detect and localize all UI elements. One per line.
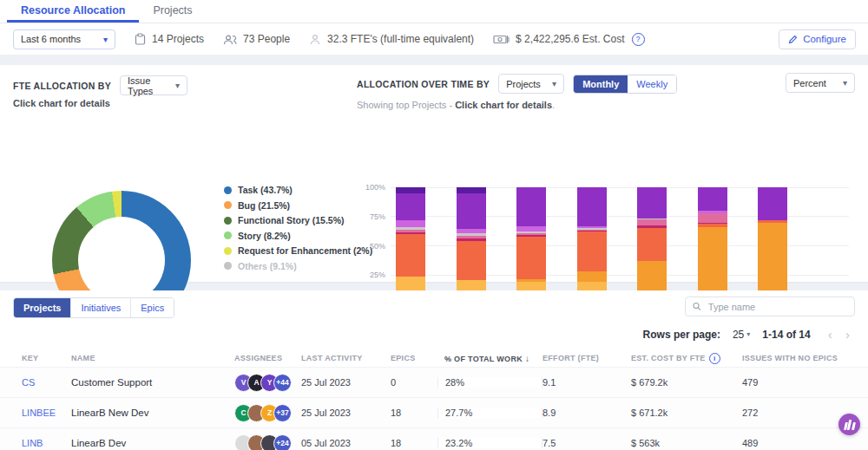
help-icon[interactable]: ? [632,33,645,46]
table-row[interactable]: LINBLinearB Dev+2405 Jul 20231823.2%7.5$… [0,427,868,450]
clipboard-icon [135,33,146,45]
table-row[interactable]: LINBEELinearB New DevCZ+3725 Jul 2023182… [0,397,868,427]
search-box[interactable] [685,297,855,316]
avatar[interactable]: +44 [273,374,292,392]
issue-types-select[interactable]: Issue Types ▾ [120,75,187,95]
bar-segment[interactable] [577,271,607,281]
column-header[interactable]: ISSUES WITH NO EPICS [742,354,868,362]
cell-pct_total_work: 23.2% [444,438,542,448]
bar-segment[interactable] [637,219,667,225]
stat-fte: 32.3 FTE's (full-time equivalent) [309,33,474,45]
toggle-monthly[interactable]: Monthly [574,75,628,93]
bar-segment[interactable] [396,220,425,227]
cell-issues_no_epics: 479 [742,377,868,388]
table-row[interactable]: CSCustomer SupportVAY+4425 Jul 2023028%9… [0,367,868,397]
period-select-value: Last 6 months [21,34,81,44]
bar-segment[interactable] [396,193,425,220]
bar-segment[interactable] [637,228,667,261]
entity-tab-projects[interactable]: Projects [14,298,71,317]
bar-segment[interactable] [577,187,607,226]
entity-tabs: ProjectsInitiativesEpics [13,297,174,318]
stacked-bar[interactable] [577,187,607,304]
bar-segment[interactable] [577,232,607,271]
stat-projects: 14 Projects [135,33,204,45]
bar-segment[interactable] [516,237,546,279]
next-page-button[interactable]: › [840,327,855,342]
bar-segment[interactable] [457,187,486,193]
stat-cost: $ 2,422,295.6 Est. Cost ? [493,33,644,46]
allocation-over-time-title: ALLOCATION OVER TIME BY [357,79,490,89]
unit-select-value: Percent [793,78,826,88]
column-header[interactable]: % OF TOTAL WORK↓ [444,354,542,363]
column-header[interactable]: LAST ACTIVITY [301,354,391,362]
column-header[interactable]: KEY [22,354,71,362]
stacked-bar-chart[interactable]: 0%25%50%75%100%JanFebMarAprMayJunJul [391,187,849,304]
bar-segment[interactable] [457,241,486,280]
stacked-bar[interactable] [698,187,727,304]
column-header[interactable]: EST. COST BY FTEi [631,353,742,364]
search-icon [693,302,701,311]
tab-projects[interactable]: Projects [139,0,206,23]
stat-people: 73 People [223,33,290,45]
bar-segment[interactable] [698,213,727,223]
stacked-bar[interactable] [516,187,546,304]
column-header-label: ISSUES WITH NO EPICS [742,354,838,362]
assistant-fab[interactable] [838,414,860,435]
rows-per-page-select[interactable]: 25▾ [733,329,750,341]
cell-effort_fte: 7.5 [542,438,631,448]
bar-segment[interactable] [396,234,425,277]
unit-select[interactable]: Percent ▾ [786,73,855,93]
donut-legend-item[interactable]: Story (8.2%) [224,231,372,241]
cell-last_activity: 25 Jul 2023 [301,377,391,388]
donut-legend-item[interactable]: Functional Story (15.5%) [224,215,372,225]
entity-tab-initiatives[interactable]: Initiatives [71,298,131,317]
donut-legend-label: Others (9.1%) [238,261,297,271]
stacked-bar[interactable] [457,187,486,304]
column-header-label: EPICS [391,354,416,362]
bar-segment[interactable] [758,187,787,220]
project-key-link[interactable]: LINBEE [22,408,71,418]
column-header[interactable]: ASSIGNEES [234,354,301,362]
assignee-avatars: VAY+44 [234,374,301,392]
entity-tab-epics[interactable]: Epics [131,298,174,317]
cell-effort_fte: 8.9 [542,408,631,418]
bar-segment[interactable] [698,187,727,211]
resource-allocation-page: Resource Allocation Projects Last 6 mont… [0,0,868,450]
info-icon[interactable]: i [709,353,720,364]
project-key-link[interactable]: CS [22,377,71,388]
donut-legend-label: Task (43.7%) [238,185,293,195]
cell-epics: 18 [391,408,444,418]
configure-button[interactable]: Configure [779,29,856,49]
cell-effort_fte: 9.1 [542,377,631,388]
project-key-link[interactable]: LINB [22,438,71,448]
over-time-by-select[interactable]: Projects ▾ [498,74,564,94]
bar-segment[interactable] [396,187,425,193]
period-select[interactable]: Last 6 months ▾ [13,29,115,49]
sort-desc-icon[interactable]: ↓ [525,354,529,363]
column-header[interactable]: EFFORT (FTE) [542,354,631,362]
column-header[interactable]: NAME [71,354,234,362]
cell-name: Customer Support [71,377,234,388]
stacked-bar[interactable] [758,187,787,304]
search-input[interactable] [707,301,847,313]
bar-segment[interactable] [457,193,486,229]
avatar[interactable]: +37 [273,404,292,422]
column-header[interactable]: EPICS [391,354,444,362]
bar-segment[interactable] [637,187,667,218]
donut-legend-item[interactable]: Bug (21.5%) [224,200,372,211]
donut-legend-item[interactable]: Others (9.1%) [224,261,372,271]
donut-legend-item[interactable]: Request for Enhancement (2%) [224,245,372,256]
stacked-bar[interactable] [396,187,425,304]
cell-pct_total_work: 27.7% [444,408,542,418]
avatar[interactable]: +24 [273,434,292,450]
donut-legend-item[interactable]: Task (43.7%) [224,185,372,195]
stacked-bar[interactable] [637,187,667,304]
range-label: 1-14 of 14 [762,329,810,341]
toggle-weekly[interactable]: Weekly [628,75,676,93]
stat-cost-label: $ 2,422,295.6 Est. Cost [516,33,624,45]
donut-legend-label: Request for Enhancement (2%) [238,245,372,256]
prev-page-button[interactable]: ‹ [823,327,838,342]
tab-resource-allocation[interactable]: Resource Allocation [7,0,139,23]
legend-dot-icon [224,262,232,270]
bar-segment[interactable] [516,187,546,226]
